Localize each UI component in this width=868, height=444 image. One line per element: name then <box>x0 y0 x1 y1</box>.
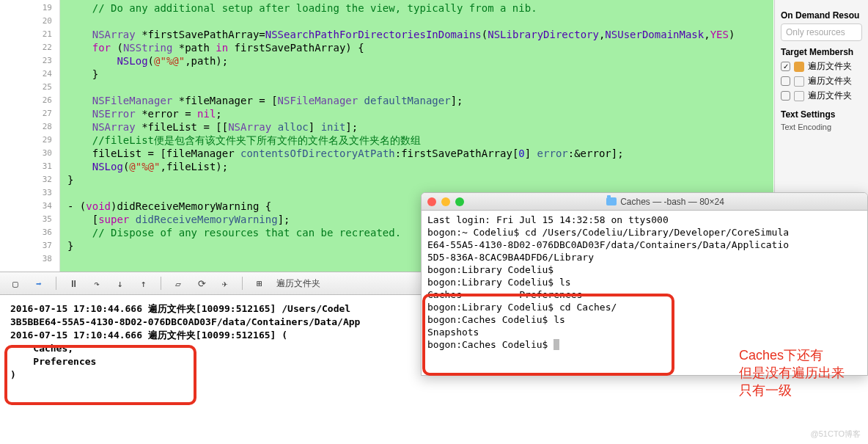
on-demand-header: On Demand Resou <box>781 10 862 21</box>
terminal-titlebar[interactable]: Caches — -bash — 80×24 <box>422 193 867 211</box>
text-encoding-label: Text Encoding <box>781 123 862 131</box>
step-over-icon[interactable]: ↷ <box>90 277 103 290</box>
checkbox-icon[interactable]: ✓ <box>781 62 790 71</box>
location-icon[interactable]: ✈ <box>218 277 232 290</box>
app-target-icon <box>794 62 804 72</box>
on-demand-search[interactable]: Only resources <box>781 23 862 41</box>
line-gutter: 1920212223242526272829303132333435363738 <box>0 0 60 272</box>
process-label[interactable]: 遍历文件夹 <box>276 277 320 290</box>
terminal-body[interactable]: Last login: Fri Jul 15 14:32:58 on ttys0… <box>422 211 867 354</box>
target-membership-header: Target Membersh <box>781 47 862 57</box>
memory-icon[interactable]: ⟳ <box>195 277 208 290</box>
breakpoint-icon[interactable]: ➡ <box>32 277 45 290</box>
checkbox-icon[interactable] <box>781 91 790 101</box>
zoom-icon[interactable] <box>455 197 464 206</box>
test-target-icon <box>794 76 804 87</box>
watermark: @51CTO博客 <box>811 429 861 440</box>
pause-icon[interactable]: ⏸ <box>67 277 80 290</box>
process-icon[interactable]: ⊞ <box>253 277 266 290</box>
text-settings-header: Text Settings <box>781 109 862 120</box>
terminal-title: Caches — -bash — 80×24 <box>620 197 724 207</box>
target-row-1[interactable]: 遍历文件夹 <box>781 75 862 87</box>
annotation-text: Caches下还有 但是没有遍历出来 只有一级 <box>739 346 845 399</box>
checkbox-icon[interactable] <box>781 76 790 86</box>
hide-debug-icon[interactable]: ▢ <box>9 277 22 290</box>
step-out-icon[interactable]: ↑ <box>137 277 150 290</box>
target-row-0[interactable]: ✓遍历文件夹 <box>781 60 862 73</box>
test-target-icon <box>794 91 804 101</box>
close-icon[interactable] <box>427 197 436 206</box>
terminal-cursor <box>553 339 559 350</box>
step-in-icon[interactable]: ↓ <box>114 277 127 290</box>
minimize-icon[interactable] <box>441 197 450 206</box>
target-row-2[interactable]: 遍历文件夹 <box>781 90 862 102</box>
folder-icon <box>606 197 617 205</box>
debug-view-icon[interactable]: ▱ <box>172 277 185 290</box>
